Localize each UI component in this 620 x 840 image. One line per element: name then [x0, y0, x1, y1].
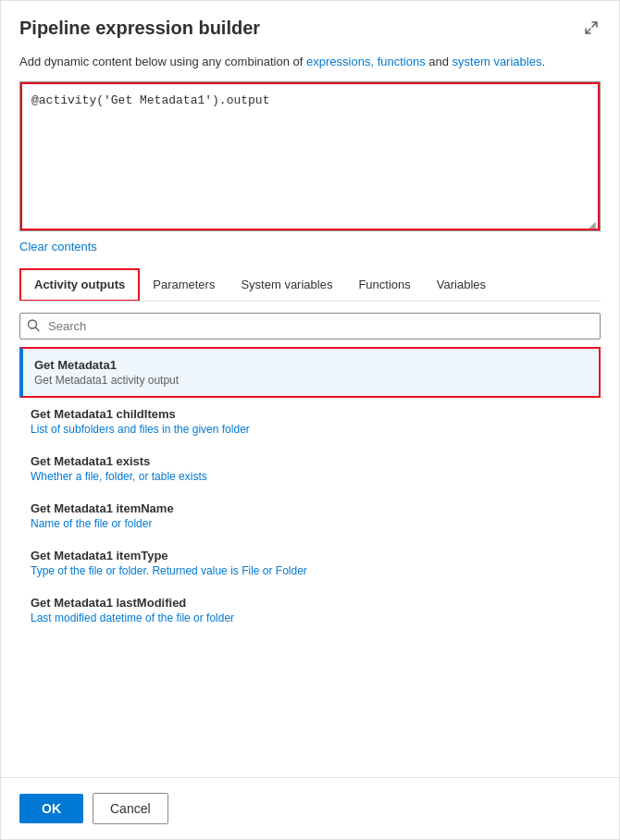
system-variables-link[interactable]: system variables	[453, 55, 542, 68]
tab-activity-outputs[interactable]: Activity outputs	[19, 268, 140, 301]
dialog-header: Pipeline expression builder	[1, 1, 619, 48]
list-item-desc: Type of the file or folder. Returned val…	[31, 564, 589, 577]
cancel-button[interactable]: Cancel	[93, 793, 168, 824]
list-item[interactable]: Get Metadata1 lastModified Last modified…	[19, 587, 601, 634]
expressions-link[interactable]: expressions,	[306, 55, 374, 68]
list-item[interactable]: Get Metadata1 itemType Type of the file …	[19, 539, 601, 587]
tab-parameters[interactable]: Parameters	[140, 270, 228, 299]
dialog-title: Pipeline expression builder	[19, 18, 260, 39]
list-item-desc: Last modified datetime of the file or fo…	[31, 611, 589, 624]
list-item-desc: Whether a file, folder, or table exists	[31, 470, 589, 483]
tab-system-variables[interactable]: System variables	[228, 270, 345, 299]
expression-editor[interactable]: @activity('Get Metadata1').output	[20, 82, 600, 230]
list-item-desc: Name of the file or folder	[31, 517, 589, 530]
clear-contents-button[interactable]: Clear contents	[19, 240, 97, 253]
functions-link[interactable]: functions	[378, 55, 426, 68]
search-area	[19, 313, 601, 340]
list-item[interactable]: Get Metadata1 Get Metadata1 activity out…	[19, 347, 601, 398]
subtitle-text: Add dynamic content below using any comb…	[1, 48, 619, 81]
list-item-desc: Get Metadata1 activity output	[34, 374, 588, 387]
list-item[interactable]: Get Metadata1 itemName Name of the file …	[19, 492, 601, 539]
list-item[interactable]: Get Metadata1 childItems List of subfold…	[19, 398, 601, 445]
ok-button[interactable]: OK	[19, 794, 83, 823]
tab-functions[interactable]: Functions	[345, 270, 423, 299]
list-item-title: Get Metadata1 itemType	[31, 549, 589, 562]
expression-editor-wrapper: @activity('Get Metadata1').output ◢	[19, 81, 601, 231]
list-item-title: Get Metadata1 exists	[31, 454, 589, 468]
expand-icon[interactable]	[584, 20, 601, 37]
list-area: Get Metadata1 Get Metadata1 activity out…	[19, 347, 601, 777]
clear-contents-wrapper: Clear contents	[19, 239, 601, 253]
tab-variables[interactable]: Variables	[424, 270, 499, 299]
list-item-desc: List of subfolders and files in the give…	[31, 423, 589, 436]
pipeline-expression-builder-dialog: Pipeline expression builder Add dynamic …	[0, 0, 620, 840]
dialog-footer: OK Cancel	[1, 777, 619, 839]
search-input[interactable]	[19, 313, 601, 340]
search-wrapper	[19, 313, 601, 340]
tabs-bar: Activity outputs Parameters System varia…	[19, 268, 601, 302]
list-item[interactable]: Get Metadata1 exists Whether a file, fol…	[19, 445, 601, 492]
expression-text: @activity('Get Metadata1').output	[31, 93, 269, 107]
resize-handle[interactable]: ◢	[589, 219, 598, 229]
list-item-title: Get Metadata1 childItems	[31, 407, 589, 421]
list-item-title: Get Metadata1 itemName	[31, 501, 589, 515]
list-item-title: Get Metadata1 lastModified	[31, 596, 589, 610]
list-item-title: Get Metadata1	[34, 358, 588, 372]
